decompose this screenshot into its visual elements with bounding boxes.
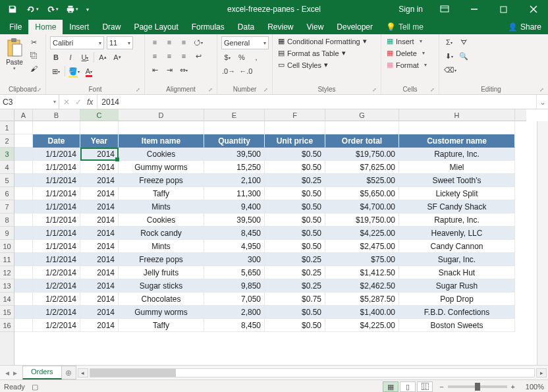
worksheet-grid[interactable]: DateYearItem nameQuantityUnit priceOrder…: [14, 121, 537, 365]
row-header-3[interactable]: 3: [0, 148, 14, 161]
cell[interactable]: $1,400.00: [325, 306, 399, 319]
share-button[interactable]: 👤Share: [503, 22, 548, 34]
cell[interactable]: $4,225.00: [325, 319, 399, 332]
cell[interactable]: Miel: [399, 161, 515, 174]
zoom-level[interactable]: 100%: [519, 383, 544, 391]
cell[interactable]: [14, 240, 33, 253]
cell[interactable]: Sweet Tooth's: [399, 174, 515, 187]
cell[interactable]: [14, 161, 33, 174]
tab-developer[interactable]: Developer: [330, 20, 379, 34]
hscroll-left-icon[interactable]: ◂: [78, 368, 88, 378]
font-color-button[interactable]: A▾: [83, 65, 95, 77]
cell[interactable]: Date: [33, 134, 80, 148]
tab-data[interactable]: Data: [231, 20, 261, 34]
tab-page-layout[interactable]: Page Layout: [127, 20, 184, 34]
cell[interactable]: $4,700.00: [325, 200, 399, 213]
cell[interactable]: [14, 306, 33, 319]
cell[interactable]: $19,750.00: [325, 213, 399, 227]
cell[interactable]: [14, 200, 33, 213]
fx-icon[interactable]: fx: [87, 98, 93, 107]
maximize-button[interactable]: [489, 0, 518, 18]
align-middle-icon[interactable]: ≡: [163, 36, 175, 48]
sheet-nav-prev-icon[interactable]: ◂: [5, 368, 9, 378]
row-header-2[interactable]: 2: [0, 134, 14, 148]
cell[interactable]: 2014: [80, 279, 119, 293]
horizontal-scrollbar[interactable]: ◂ ▸: [76, 366, 548, 379]
cell[interactable]: 1/1/2014: [33, 174, 80, 187]
cell[interactable]: 2014: [80, 306, 119, 319]
cell[interactable]: [265, 121, 325, 134]
cell[interactable]: 1/1/2014: [33, 200, 80, 213]
cell[interactable]: [33, 121, 80, 134]
cell[interactable]: [14, 187, 33, 200]
col-header-F[interactable]: F: [265, 109, 325, 121]
cancel-formula-icon[interactable]: ✕: [63, 98, 70, 107]
cell[interactable]: 2014: [80, 253, 119, 266]
cell[interactable]: $0.50: [265, 319, 325, 332]
row-header-8[interactable]: 8: [0, 213, 14, 227]
cell-styles-button[interactable]: ▭Cell Styles▾: [277, 60, 329, 70]
name-box[interactable]: C3▾: [0, 95, 59, 109]
row-header-10[interactable]: 10: [0, 240, 14, 253]
cell[interactable]: 2014: [80, 213, 119, 227]
row-header-14[interactable]: 14: [0, 293, 14, 306]
col-header-H[interactable]: H: [399, 109, 515, 121]
new-sheet-button[interactable]: ⊕: [62, 366, 76, 379]
cell[interactable]: SF Candy Shack: [399, 200, 515, 213]
cell[interactable]: 39,500: [204, 213, 265, 227]
row-header-4[interactable]: 4: [0, 161, 14, 174]
align-right-icon[interactable]: ≡: [178, 50, 190, 62]
row-header-11[interactable]: 11: [0, 253, 14, 266]
row-header-16[interactable]: 16: [0, 319, 14, 332]
cell[interactable]: 2,100: [204, 174, 265, 187]
cell[interactable]: [14, 253, 33, 266]
cell[interactable]: Mints: [119, 200, 204, 213]
bold-button[interactable]: B: [50, 51, 62, 63]
sign-in-link[interactable]: Sign in: [398, 5, 423, 14]
col-header-B[interactable]: B: [33, 109, 80, 121]
cell[interactable]: Sugar sticks: [119, 279, 204, 293]
cell[interactable]: Rapture, Inc.: [399, 213, 515, 227]
align-bottom-icon[interactable]: ≡: [178, 36, 190, 48]
cell[interactable]: 5,650: [204, 266, 265, 279]
cell[interactable]: 1/1/2014: [33, 161, 80, 174]
row-header-9[interactable]: 9: [0, 227, 14, 240]
cell[interactable]: 300: [204, 253, 265, 266]
cell[interactable]: Lickety Split: [399, 187, 515, 200]
cell[interactable]: 9,850: [204, 279, 265, 293]
cell[interactable]: 1/2/2014: [33, 293, 80, 306]
cell[interactable]: $2,462.50: [325, 279, 399, 293]
cell[interactable]: $19,750.00: [325, 148, 399, 161]
normal-view-icon[interactable]: ▦: [383, 381, 398, 392]
cell[interactable]: Gummy worms: [119, 306, 204, 319]
page-break-view-icon[interactable]: ⿲: [417, 381, 433, 392]
cell[interactable]: 1/1/2014: [33, 240, 80, 253]
hscroll-right-icon[interactable]: ▸: [536, 368, 547, 378]
cell[interactable]: 9,400: [204, 200, 265, 213]
expand-formula-bar-icon[interactable]: ⌄: [536, 95, 548, 109]
cell[interactable]: $0.50: [265, 200, 325, 213]
quick-print-icon[interactable]: ▾: [63, 2, 80, 16]
sheet-nav-next-icon[interactable]: ▸: [13, 368, 17, 378]
fill-color-button[interactable]: 🪣▾: [68, 65, 80, 77]
cell[interactable]: $7,625.00: [325, 161, 399, 174]
cell[interactable]: Freeze pops: [119, 253, 204, 266]
tab-file[interactable]: File: [3, 20, 28, 34]
tab-formulas[interactable]: Formulas: [185, 20, 231, 34]
format-cells-button[interactable]: ▦Format▾: [385, 60, 428, 70]
cell[interactable]: F.B.D. Confections: [399, 306, 515, 319]
cell[interactable]: Heavenly, LLC: [399, 227, 515, 240]
cell[interactable]: 2014: [80, 227, 119, 240]
cell[interactable]: 1/1/2014: [33, 148, 80, 161]
formula-input[interactable]: 2014: [97, 95, 536, 109]
clear-icon[interactable]: ⌫▾: [443, 64, 457, 76]
cell[interactable]: Taffy: [119, 187, 204, 200]
conditional-formatting-button[interactable]: ▦Conditional Formatting▾: [277, 36, 368, 46]
cell[interactable]: [14, 279, 33, 293]
increase-font-icon[interactable]: A▴: [97, 51, 109, 63]
cell[interactable]: 2014: [80, 293, 119, 306]
cell[interactable]: $525.00: [325, 174, 399, 187]
cell[interactable]: $5,287.50: [325, 293, 399, 306]
cell[interactable]: 1/1/2014: [33, 253, 80, 266]
sort-filter-icon[interactable]: ᗊ: [458, 36, 470, 48]
